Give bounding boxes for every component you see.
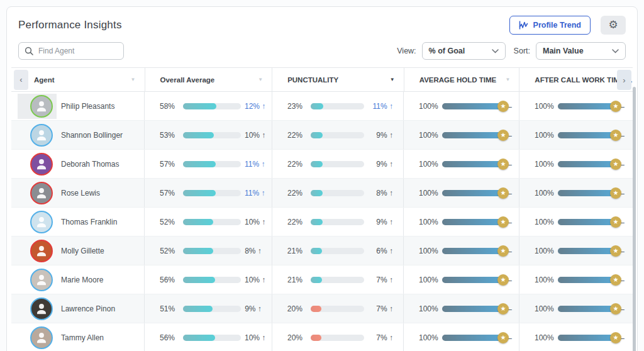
metric-cell[interactable]: 100%★– — [403, 323, 519, 351]
metric-cell[interactable]: 23%11% ↑ — [272, 92, 403, 120]
metric-cell[interactable]: 100%★– — [519, 92, 633, 120]
percent-of-goal-value: 53% — [160, 131, 183, 140]
agent-cell[interactable]: Lawrence Pinon — [11, 294, 144, 323]
goal-star-badge: ★ — [497, 274, 509, 286]
table-row[interactable]: Philip Pleasants 58%12% ↑23%11% ↑100%★–1… — [11, 92, 633, 121]
metric-cell[interactable]: 100%★– — [519, 294, 633, 323]
metric-cell[interactable]: 100%★– — [519, 323, 633, 351]
sort-select[interactable]: Main Value — [536, 42, 626, 60]
agent-cell[interactable]: Molly Gillette — [11, 237, 144, 265]
percent-of-goal-value: 57% — [160, 160, 183, 169]
sort-active-icon[interactable]: ▼ — [390, 77, 395, 82]
avatar — [30, 211, 53, 233]
profile-trend-label: Profile Trend — [533, 21, 581, 30]
avatar — [30, 240, 53, 262]
metric-cell[interactable]: 56%10% ↑ — [144, 323, 272, 351]
profile-trend-button[interactable]: Profile Trend — [509, 16, 591, 35]
column-header-overall-average[interactable]: Overall Average▼ — [145, 68, 272, 91]
metric-cell[interactable]: 20%7% ↑ — [272, 323, 403, 351]
metric-cell[interactable]: 100%★– — [403, 208, 519, 236]
agent-cell[interactable]: Marie Moore — [11, 265, 144, 294]
agent-name: Deborah Thomas — [61, 160, 119, 169]
column-header-label: AVERAGE HOLD TIME — [419, 76, 496, 84]
table-row[interactable]: Shannon Bollinger 53%10% ↑22%9% ↑100%★–1… — [11, 121, 633, 150]
goal-star-badge: ★ — [610, 216, 621, 228]
progress-bar-fill — [311, 190, 323, 196]
metric-cell[interactable]: 100%★– — [403, 265, 519, 294]
table-row[interactable]: Lawrence Pinon 51%9% ↑20%7% ↑100%★–100%★… — [11, 294, 633, 323]
percent-of-goal-value: 100% — [535, 304, 558, 313]
metric-cell[interactable]: 58%12% ↑ — [144, 92, 272, 120]
progress-bar: ★ — [558, 248, 616, 254]
metric-cell[interactable]: 100%★– — [519, 179, 633, 207]
column-header-punctuality[interactable]: PUNCTUALITY▼ — [272, 68, 404, 91]
column-header-average-hold-time[interactable]: AVERAGE HOLD TIME▼ — [404, 68, 519, 91]
metric-cell[interactable]: 22%9% ↑ — [272, 121, 403, 149]
metric-cell[interactable]: 100%★– — [403, 92, 519, 120]
view-select[interactable]: % of Goal — [422, 42, 506, 60]
metric-cell[interactable]: 57%11% ↑ — [144, 150, 272, 178]
scroll-columns-left-button[interactable]: ‹ — [14, 70, 28, 90]
table-row[interactable]: Thomas Franklin 52%10% ↑22%9% ↑100%★–100… — [11, 208, 633, 237]
performance-insights-panel: Performance Insights Profile Trend ⚙ — [6, 6, 638, 351]
table-row[interactable]: Molly Gillette 52%8% ↑21%6% ↑100%★–100%★… — [11, 237, 633, 265]
metric-cell[interactable]: 100%★– — [403, 179, 519, 207]
metric-cell[interactable]: 22%9% ↑ — [272, 150, 403, 178]
table-row[interactable]: Deborah Thomas 57%11% ↑22%9% ↑100%★–100%… — [11, 150, 633, 179]
metric-cell[interactable]: 22%9% ↑ — [272, 208, 403, 236]
metric-cell[interactable]: 52%8% ↑ — [144, 237, 272, 265]
person-icon — [35, 186, 48, 200]
table-row[interactable]: Rose Lewis 57%11% ↑22%8% ↑100%★–100%★– — [11, 179, 633, 208]
metric-cell[interactable]: 21%6% ↑ — [272, 237, 403, 265]
metric-cell[interactable]: 100%★– — [403, 237, 519, 265]
agent-cell[interactable]: Deborah Thomas — [11, 150, 144, 178]
metric-cell[interactable]: 53%10% ↑ — [144, 121, 272, 149]
metric-cell[interactable]: 56%10% ↑ — [144, 265, 272, 294]
metric-cell[interactable]: 100%★– — [403, 121, 519, 149]
metric-cell[interactable]: 52%10% ↑ — [144, 208, 272, 236]
column-header-agent[interactable]: ‹Agent▼ — [11, 68, 145, 91]
agent-cell[interactable]: Rose Lewis — [11, 179, 144, 207]
metric-cell[interactable]: 100%★– — [403, 150, 519, 178]
scroll-columns-right-button[interactable]: › — [617, 70, 631, 90]
metric-cell[interactable]: 100%★– — [519, 237, 633, 265]
metric-cell[interactable]: 20%7% ↑ — [272, 294, 403, 323]
metric-cell[interactable]: 22%8% ↑ — [272, 179, 403, 207]
progress-bar-fill — [442, 306, 503, 312]
agent-cell[interactable]: Tammy Allen — [11, 323, 144, 351]
sort-arrow-icon[interactable]: ▼ — [258, 77, 263, 82]
percent-of-goal-value: 22% — [287, 189, 311, 198]
vertical-scrollbar[interactable] — [633, 87, 636, 351]
table-row[interactable]: Tammy Allen 56%10% ↑20%7% ↑100%★–100%★– — [11, 323, 633, 351]
metric-cell[interactable]: 100%★– — [519, 150, 633, 178]
agent-cell[interactable]: Thomas Franklin — [11, 208, 144, 236]
metric-cell[interactable]: 100%★– — [519, 208, 633, 236]
percent-of-goal-value: 21% — [287, 276, 311, 284]
metric-cell[interactable]: 21%7% ↑ — [272, 265, 403, 294]
metric-cell[interactable]: 100%★– — [519, 121, 633, 149]
metric-cell[interactable]: 100%★– — [403, 294, 519, 323]
agent-name: Rose Lewis — [61, 189, 100, 198]
column-header-after-call-work-time[interactable]: AFTER CALL WORK TIME ...› — [519, 68, 633, 91]
avatar — [30, 95, 53, 118]
search-input[interactable] — [38, 47, 118, 55]
percent-of-goal-value: 20% — [287, 333, 311, 342]
progress-bar: ★ — [442, 335, 503, 341]
agent-search-box[interactable] — [18, 42, 124, 60]
sort-arrow-icon[interactable]: ▼ — [505, 77, 510, 82]
progress-bar: ★ — [442, 248, 503, 254]
sort-arrow-icon[interactable]: ▼ — [131, 77, 136, 82]
metric-cell[interactable]: 100%★– — [519, 265, 633, 294]
metric-cell[interactable]: 57%11% ↑ — [144, 179, 272, 207]
metric-cell[interactable]: 51%9% ↑ — [144, 294, 272, 323]
table-row[interactable]: Marie Moore 56%10% ↑21%7% ↑100%★–100%★– — [11, 265, 633, 294]
progress-bar-fill — [311, 248, 322, 254]
agent-cell[interactable]: Shannon Bollinger — [11, 121, 144, 149]
percent-of-goal-value: 52% — [160, 218, 183, 226]
progress-bar-fill — [183, 132, 214, 138]
progress-bar-fill — [558, 335, 616, 341]
settings-button[interactable]: ⚙ — [601, 16, 626, 35]
agent-name: Philip Pleasants — [61, 102, 114, 111]
agent-cell[interactable]: Philip Pleasants — [11, 92, 144, 120]
trend-chart-icon — [519, 21, 528, 30]
